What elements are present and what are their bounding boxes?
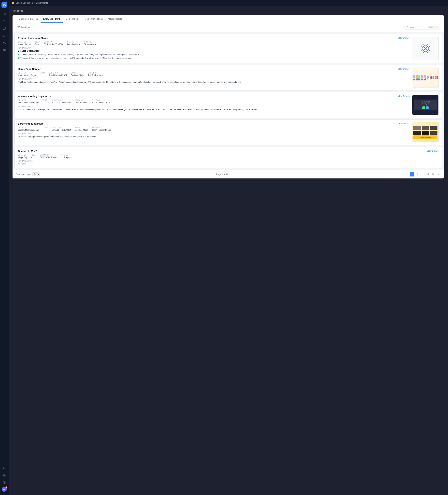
meta-shipped: SHIPPED Test A - Social Proof (92, 99, 109, 104)
experiment-content: Home Page Banner View Details CREATOR Ma… (18, 68, 410, 88)
meta-duration: DURATION 6/24/2024 - 7/31/2024 (44, 41, 63, 45)
page-2-button[interactable]: 2 (415, 172, 420, 177)
content-area: Insights Experiment Timeline Knowledge B… (9, 6, 448, 495)
notification-badge: 3 (5, 486, 7, 488)
experiment-card: Home Page Banner View Details CREATOR Ma… (14, 65, 442, 90)
view-details-link[interactable]: View Details (398, 37, 410, 39)
meta-row: CREATOR Vineeth Madhusudanan TEAM - DURA… (18, 99, 410, 104)
banner-product-3: $1.99 (418, 75, 421, 81)
meta-status: STATUS Decision Made (75, 127, 88, 131)
experiment-content: Braze Marketing Copy Texts View Details … (18, 95, 410, 115)
experiment-title: Larger Product Image (18, 122, 43, 125)
filter-icon (17, 26, 20, 28)
search-box[interactable]: Search ⌘ Cmd + K (405, 25, 441, 30)
pagination-controls: ‹ 1 2 ... 11 12 › (405, 172, 441, 177)
social-proof-thumb: Social Proof ★★★★★ Customer Reviews (414, 99, 437, 110)
filter-search-row: Add Filter Search ⌘ Cmd + K (13, 23, 444, 32)
experiment-title: Braze Marketing Copy Texts (18, 95, 51, 98)
takeaway-title: Detailed Observations (18, 50, 410, 52)
breadcrumb-separator: / (34, 2, 35, 4)
experiment-content: Chatbot LLM V2 View Details CREATOR Vija… (18, 150, 439, 165)
meta-creator: CREATOR Vineeth Madhusudanan (18, 99, 39, 104)
svg-line-18 (408, 28, 408, 28)
experiment-card: Braze Marketing Copy Texts View Details … (14, 92, 442, 118)
meta-team: TEAM - (43, 99, 48, 104)
meta-creator: CREATOR Marcos Arribas (18, 41, 31, 45)
experiment-card: Chatbot LLM V2 View Details CREATOR Vija… (14, 147, 442, 168)
pagination-bar: Cards per page: 5 10 20 Page 1 of 12 ‹ 1… (13, 170, 444, 179)
sidebar: VR 3 (0, 0, 9, 495)
banner-product-2: $5.45 (416, 75, 418, 81)
sliders-icon[interactable] (1, 18, 7, 24)
prev-page-button[interactable]: ‹ (405, 172, 409, 177)
settings-icon[interactable] (1, 472, 7, 478)
no-notes: No notes (18, 163, 439, 165)
svg-line-12 (5, 468, 5, 469)
add-filter-button[interactable]: Add Filter (16, 25, 32, 29)
search-icon[interactable] (1, 465, 7, 471)
cards-per-page-select[interactable]: 5 10 20 (32, 172, 40, 176)
svg-point-17 (407, 27, 408, 28)
avatar[interactable]: VR 3 (2, 487, 7, 492)
experiment-header: Larger Product Image View Details (18, 122, 410, 125)
meta-status: STATUS In Progress (61, 154, 71, 159)
insights-card: Experiment Timeline Knowledge Bank Metri… (13, 15, 444, 179)
tab-knowledge-bank[interactable]: Knowledge Bank (41, 15, 63, 23)
experiments-icon[interactable] (1, 25, 7, 31)
breadcrumb-current: Experiments (36, 2, 48, 4)
view-details-link[interactable]: View Details (427, 150, 439, 152)
page-11-button[interactable]: 11 (426, 172, 430, 177)
meta-team: TEAM - (40, 72, 45, 76)
banner-product-5: $5.99 (423, 75, 426, 81)
meta-creator: CREATOR Margaret-Ann Seger (18, 72, 36, 76)
database-icon[interactable] (1, 47, 7, 53)
tab-metric-insights[interactable]: Metric Insights (63, 15, 82, 23)
takeaway-item: Modifying the homepage banner to show "B… (18, 81, 410, 83)
view-details-link[interactable]: View Details (398, 122, 410, 125)
meta-shipped: SHIPPED Test B - Buy Again (88, 72, 104, 76)
svg-point-3 (4, 20, 4, 21)
page-12-button[interactable]: 12 (431, 172, 435, 177)
experiment-content: Product Logo Icon Shape View Details CRE… (18, 37, 410, 60)
tab-metric-correlations[interactable]: Metric Correlations (82, 15, 105, 23)
meta-row: CREATOR Vijaye Raji TEAM - DURATION 6/28… (18, 154, 439, 159)
meta-duration: DURATION 5/24/2024 - 6/4/2024 (49, 72, 67, 76)
experiment-card: Product Logo Icon Shape View Details CRE… (14, 34, 442, 63)
app-logo[interactable] (1, 2, 7, 8)
meta-creator: CREATOR Vijaye Raji (18, 154, 27, 159)
meta-status: STATUS Decision Made (67, 41, 80, 45)
experiment-content: Larger Product Image View Details CREATO… (18, 122, 410, 142)
tabs-bar: Experiment Timeline Knowledge Bank Metri… (13, 15, 444, 23)
chart-icon[interactable] (1, 33, 7, 39)
takeaway-item: The overall time to complete onboarding … (18, 57, 410, 60)
takeaway-item: By placing larger product images on home… (18, 135, 410, 138)
svg-point-10 (3, 49, 5, 50)
help-icon[interactable] (1, 480, 7, 485)
experiment-thumbnail: $11.99 $5.45 $1.99 (412, 68, 439, 88)
meta-row: CREATOR Marcos Arribas TEAM Eng DURATION… (18, 41, 410, 45)
sidebar-bottom: VR 3 (1, 465, 7, 493)
tab-metric-impacts[interactable]: Metric Impacts (105, 15, 124, 23)
meta-duration: DURATION 6/28/2024 - Present (40, 154, 57, 159)
next-page-button[interactable]: › (436, 172, 441, 177)
meta-shipped: SHIPPED Test A - Larger Image (92, 127, 111, 131)
view-details-link[interactable]: View Details (398, 68, 410, 70)
page-1-button[interactable]: 1 (410, 172, 414, 177)
page-title: Insights (13, 9, 444, 13)
key-takeaways-label: KEY TAKEAWAYS (18, 106, 410, 107)
svg-point-9 (3, 42, 4, 43)
home-icon[interactable] (1, 11, 7, 17)
experiment-card: Larger Product Image View Details CREATO… (14, 120, 442, 145)
meta-shipped: SHIPPED Test A - Circle (84, 41, 96, 45)
meta-team: TEAM - (43, 127, 48, 131)
svg-point-11 (3, 467, 5, 469)
key-takeaways-label: KEY TAKEAWAYS (18, 133, 410, 135)
green-dot (18, 54, 19, 55)
tab-experiment-timeline[interactable]: Experiment Timeline (16, 15, 41, 23)
takeaway-item: The number of successful sign ups increa… (18, 53, 410, 56)
breadcrumb-org[interactable]: Statsig Simulation (16, 2, 33, 4)
experiment-thumbnail: Create handbag campaigns (412, 122, 439, 142)
view-details-link[interactable]: View Details (398, 95, 410, 97)
folder-icon: 📁 (12, 2, 14, 4)
users-icon[interactable] (1, 40, 7, 46)
